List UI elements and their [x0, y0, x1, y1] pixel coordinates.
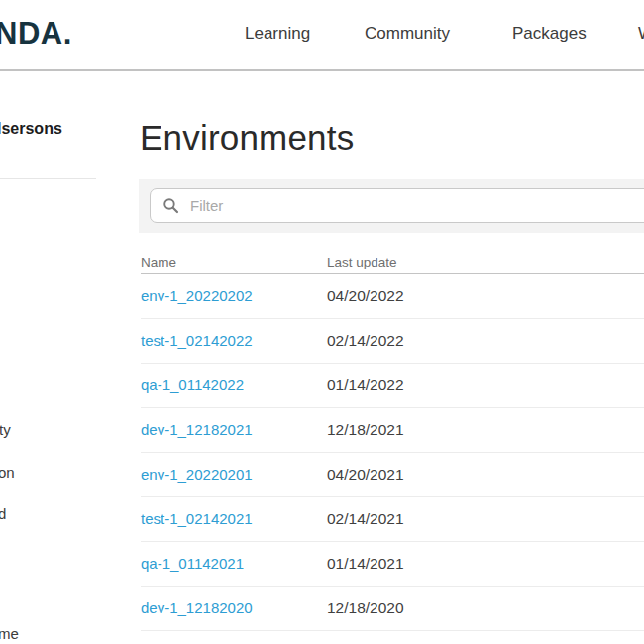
last-update-cell: 01/14/2021	[327, 555, 644, 573]
environment-link[interactable]: test-1_02142022	[141, 332, 253, 349]
last-update-cell: 12/18/2020	[327, 599, 644, 617]
last-update-cell: 04/20/2021	[327, 466, 644, 483]
table-row: qa-1_01142021 01/14/2021	[141, 542, 644, 587]
table-row: test-1_02142022 02/14/2022	[141, 319, 644, 364]
environment-link[interactable]: env-1_20220202	[141, 287, 253, 304]
column-header-name: Name	[141, 255, 327, 269]
sidebar-item-1[interactable]: on	[0, 464, 15, 482]
sidebar-username: lsersons	[0, 120, 62, 138]
filter-panel	[139, 179, 644, 233]
last-update-cell: 01/14/2022	[327, 376, 644, 394]
page-title: Environments	[140, 118, 354, 158]
table-row: dev-1_12182021 12/18/2021	[141, 408, 644, 453]
filter-box	[150, 188, 644, 223]
last-update-cell: 04/20/2022	[327, 287, 644, 305]
last-update-cell: 02/14/2021	[327, 510, 644, 528]
environments-table: Name Last update env-1_20220202 04/20/20…	[141, 245, 644, 631]
filter-input[interactable]	[188, 196, 589, 215]
page: NDA. Learning Community Packages W lsers…	[0, 0, 644, 644]
environment-link[interactable]: dev-1_12182021	[141, 421, 253, 438]
environment-link[interactable]: qa-1_01142022	[141, 376, 244, 393]
environment-link[interactable]: test-1_02142021	[141, 510, 253, 527]
sidebar-divider	[0, 178, 96, 179]
sidebar-item-2[interactable]: d	[0, 505, 6, 523]
environment-link[interactable]: dev-1_12182020	[141, 599, 253, 616]
top-nav-bar: NDA. Learning Community Packages W	[0, 0, 644, 71]
brand-logo[interactable]: NDA.	[0, 16, 72, 52]
sidebar-item-3[interactable]: me	[0, 625, 19, 643]
nav-item-partial[interactable]: W	[638, 24, 644, 44]
table-header-row: Name Last update	[141, 245, 644, 274]
nav-item-learning[interactable]: Learning	[245, 24, 310, 44]
last-update-cell: 02/14/2022	[327, 332, 644, 350]
table-row: env-1_20220202 04/20/2022	[141, 274, 644, 319]
environment-link[interactable]: env-1_20220201	[141, 466, 253, 483]
table-row: dev-1_12182020 12/18/2020	[141, 587, 644, 631]
last-update-cell: 12/18/2021	[327, 421, 644, 439]
table-row: qa-1_01142022 01/14/2022	[141, 364, 644, 408]
nav-item-packages[interactable]: Packages	[512, 24, 587, 44]
nav-item-community[interactable]: Community	[365, 24, 450, 44]
column-header-last-update: Last update	[327, 255, 644, 269]
environment-link[interactable]: qa-1_01142021	[141, 555, 244, 572]
table-row: env-1_20220201 04/20/2021	[141, 453, 644, 497]
sidebar-item-0[interactable]: ty	[0, 421, 11, 439]
table-row: test-1_02142021 02/14/2021	[141, 497, 644, 542]
search-icon	[162, 197, 179, 214]
